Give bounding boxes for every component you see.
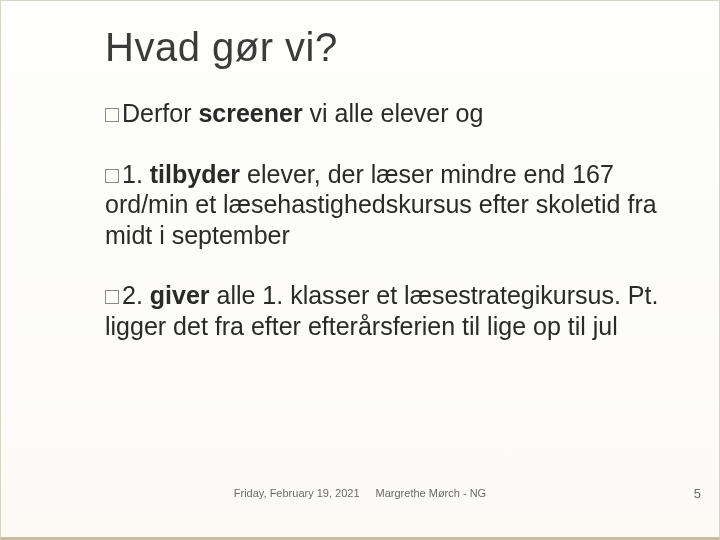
- footer-author: Margrethe Mørch - NG: [376, 487, 487, 499]
- square-bullet-icon: [105, 290, 119, 304]
- lead-text: 1.: [122, 160, 150, 188]
- bullet-item: 1. tilbyder elever, der læser mindre end…: [105, 159, 665, 251]
- slide-body: Derfor screener vi alle elever og 1. til…: [105, 98, 671, 341]
- bold-text: tilbyder: [150, 160, 240, 188]
- lead-text: 2.: [122, 281, 150, 309]
- bold-text: screener: [198, 99, 302, 127]
- square-bullet-icon: [105, 108, 119, 122]
- footer-date: Friday, February 19, 2021: [234, 487, 360, 499]
- slide-title: Hvad gør vi?: [105, 25, 671, 70]
- page-number: 5: [694, 486, 701, 501]
- square-bullet-icon: [105, 169, 119, 183]
- rest-text: vi alle elever og: [303, 99, 484, 127]
- slide: Hvad gør vi? Derfor screener vi alle ele…: [0, 0, 720, 540]
- bullet-item: 2. giver alle 1. klasser et læsestrategi…: [105, 280, 665, 341]
- footer: Friday, February 19, 2021Margrethe Mørch…: [1, 487, 719, 499]
- bold-text: giver: [150, 281, 210, 309]
- lead-text: Derfor: [122, 99, 191, 127]
- bullet-item: Derfor screener vi alle elever og: [105, 98, 665, 129]
